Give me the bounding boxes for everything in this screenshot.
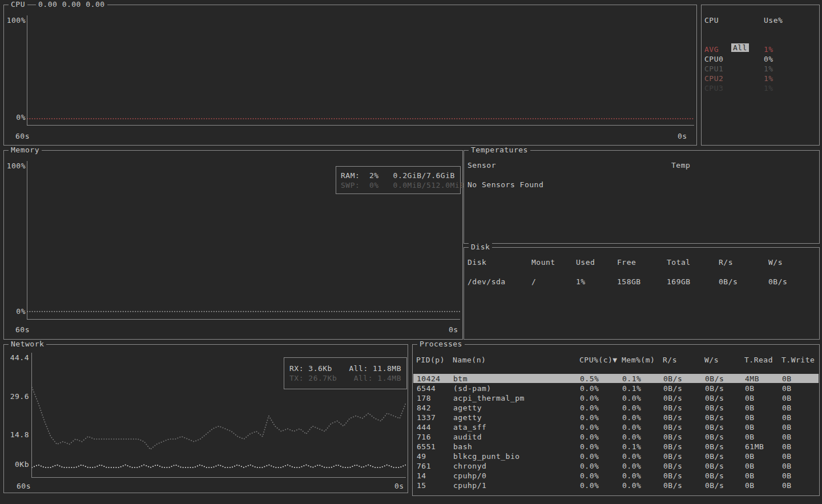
process-cell: 0.0%: [580, 433, 599, 441]
disk-col-free[interactable]: Free: [617, 258, 636, 267]
memory-graph-panel[interactable]: Memory 100% 0% RAM: 2% 0.2GiB/7.6GiB SWP…: [3, 150, 463, 340]
process-row[interactable]: 1337agetty0.0%0.0%0B/s0B/s0B0B: [413, 413, 819, 422]
process-cell: 0.5%: [580, 374, 599, 383]
process-cell: 0B/s: [663, 413, 682, 422]
proc-col-name[interactable]: Name(n): [453, 356, 486, 364]
process-cell: 0B: [782, 471, 792, 480]
process-row[interactable]: 6551bash0.0%0.1%0B/s0B/s61MB0B: [413, 442, 819, 451]
cpu-legend-panel[interactable]: CPU Use% All AVG 1% CPU0 0% CPU1 1% CPU2…: [701, 5, 820, 146]
process-cell: 0.0%: [580, 452, 599, 461]
disk-col-used[interactable]: Used: [576, 258, 595, 267]
disk-panel[interactable]: Disk Disk Mount Used Free Total R/s W/s …: [464, 247, 820, 340]
memory-y-min-label: 0%: [5, 307, 26, 316]
process-cell: cpuhp/0: [453, 471, 486, 480]
process-cell: 0B/s: [663, 404, 682, 412]
cpu-legend-col-use: Use%: [764, 16, 783, 25]
cpu-y-min-label: 0%: [5, 113, 26, 122]
process-cell: 0.0%: [580, 384, 599, 393]
processes-panel[interactable]: Processes PID(p) Name(n) CPU%(c)▼ Mem%(m…: [412, 344, 820, 496]
process-cell: 0B: [782, 442, 792, 451]
disk-col-ws[interactable]: W/s: [768, 258, 783, 267]
process-row[interactable]: 15cpuhp/10.0%0.0%0B/s0B/s0B0B: [413, 481, 819, 490]
processes-panel-title: Processes: [417, 340, 465, 348]
process-cell: 0.0%: [622, 394, 641, 402]
cpu-panel-title: CPU: [9, 0, 27, 9]
process-cell: auditd: [453, 433, 482, 441]
rx-total-label: All: 11.8MB: [349, 364, 401, 373]
process-cell: 0.0%: [580, 471, 599, 480]
process-row[interactable]: 49blkcg_punt_bio0.0%0.0%0B/s0B/s0B0B: [413, 451, 819, 461]
temperatures-panel[interactable]: Temperatures Sensor Temp No Sensors Foun…: [464, 150, 820, 244]
process-cell: 0.1%: [622, 384, 641, 393]
process-cell: 0.0%: [580, 481, 599, 490]
process-cell: 0B: [745, 481, 755, 490]
memory-panel-title: Memory: [9, 146, 42, 154]
memory-legend-box: RAM: 2% 0.2GiB/7.6GiB SWP: 0% 0.0MiB/512…: [336, 166, 461, 194]
memory-x-right-label: 0s: [449, 325, 458, 334]
process-row[interactable]: 842agetty0.0%0.0%0B/s0B/s0B0B: [413, 403, 819, 412]
process-row[interactable]: 444ata_sff0.0%0.0%0B/s0B/s0B0B: [413, 422, 819, 432]
process-cell: 0B: [782, 433, 792, 441]
process-cell: 0B: [745, 433, 755, 441]
process-cell: 0B/s: [705, 471, 724, 480]
process-cell: 0B/s: [663, 423, 682, 432]
cpu-graph-panel[interactable]: CPU 0.00 0.00 0.00 100% 0% 60s 0s: [3, 5, 697, 146]
proc-col-ws[interactable]: W/s: [704, 356, 719, 364]
process-cell: 0.0%: [580, 394, 599, 402]
process-cell: 444: [417, 423, 431, 432]
network-x-right-label: 0s: [394, 482, 404, 490]
proc-col-pid[interactable]: PID(p): [416, 356, 445, 364]
process-cell: 0B/s: [705, 481, 724, 490]
process-cell: 0B: [782, 481, 792, 490]
process-cell: 0.0%: [580, 462, 599, 470]
process-cell: 0B: [745, 413, 755, 422]
process-cell: 0B/s: [705, 394, 724, 402]
process-row[interactable]: 10424btm0.5%0.1%0B/s0B/s4MB0B: [413, 374, 819, 383]
network-y-label-1: 14.8: [5, 430, 29, 439]
process-cell: 0B/s: [705, 423, 724, 432]
process-cell: ata_sff: [453, 423, 486, 432]
proc-col-cpu[interactable]: CPU%(c)▼: [579, 356, 618, 364]
proc-col-twrite[interactable]: T.Write: [781, 356, 815, 364]
process-cell: 4MB: [745, 374, 759, 383]
proc-col-mem[interactable]: Mem%(m): [622, 356, 655, 364]
process-cell: 0B: [782, 404, 792, 412]
proc-col-tread[interactable]: T.Read: [744, 356, 773, 364]
process-row[interactable]: 716auditd0.0%0.0%0B/s0B/s0B0B: [413, 432, 819, 441]
process-cell: 0B/s: [663, 442, 682, 451]
process-cell: 0B/s: [663, 462, 682, 470]
network-y-label-2: 29.6: [5, 392, 29, 401]
network-y-label-0: 0Kb: [5, 460, 29, 469]
process-cell: 10424: [417, 374, 441, 383]
cpu-plot-area[interactable]: [27, 15, 694, 126]
disk-col-rs[interactable]: R/s: [719, 258, 733, 267]
network-graph-panel[interactable]: Network 44.4 29.6 14.8 0Kb RX: 3.6Kb All…: [3, 344, 408, 493]
process-cell: acpi_thermal_pm: [453, 394, 525, 402]
process-row[interactable]: 178acpi_thermal_pm0.0%0.0%0B/s0B/s0B0B: [413, 393, 819, 402]
temps-col-temp[interactable]: Temp: [671, 161, 690, 170]
temps-col-sensor[interactable]: Sensor: [468, 161, 496, 170]
process-row[interactable]: 14cpuhp/00.0%0.0%0B/s0B/s0B0B: [413, 471, 819, 480]
process-cell: 0B: [745, 462, 755, 470]
process-cell: 761: [417, 462, 431, 470]
process-row[interactable]: 6544(sd-pam)0.0%0.1%0B/s0B/s0B0B: [413, 384, 819, 393]
disk-panel-title: Disk: [469, 243, 492, 251]
process-cell: 0B/s: [663, 384, 682, 393]
process-cell: 0B: [782, 374, 792, 383]
process-row[interactable]: 761chronyd0.0%0.0%0B/s0B/s0B0B: [413, 461, 819, 470]
process-cell: 0B: [745, 423, 755, 432]
disk-col-total[interactable]: Total: [667, 258, 691, 267]
cpu-loadavg: 0.00 0.00 0.00: [36, 0, 107, 9]
process-cell: 0.0%: [580, 423, 599, 432]
network-legend-box: RX: 3.6Kb All: 11.8MB TX: 26.7Kb All: 1.…: [284, 357, 407, 389]
process-cell: 0B/s: [705, 374, 724, 383]
proc-col-rs[interactable]: R/s: [663, 356, 677, 364]
disk-col-disk[interactable]: Disk: [468, 258, 486, 267]
network-x-left-label: 60s: [17, 482, 31, 490]
disk-col-mount[interactable]: Mount: [531, 258, 555, 267]
process-cell: 0B: [782, 394, 792, 402]
process-cell: 0B: [782, 452, 792, 461]
cpu-usage-chart: [27, 15, 694, 125]
process-cell: 0.0%: [580, 442, 599, 451]
process-cell: 0B/s: [705, 413, 724, 422]
